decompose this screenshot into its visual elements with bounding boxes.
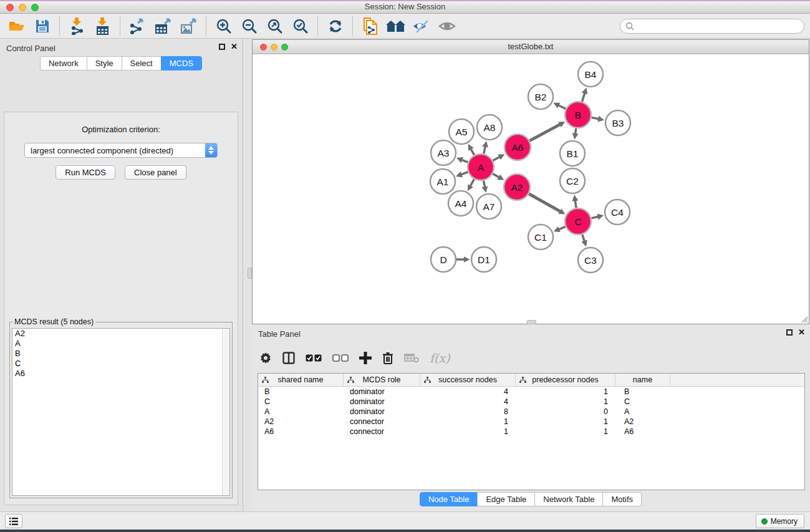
graph-edge-C-C1[interactable] — [559, 226, 566, 230]
app-titlebar[interactable]: Session: New Session — [0, 0, 810, 14]
graph-edge-B-B3[interactable] — [592, 117, 599, 118]
graph-node-B2[interactable]: B2 — [528, 84, 553, 109]
show-graphics-details-icon[interactable] — [434, 16, 460, 37]
graph-node-C[interactable]: C — [565, 208, 591, 235]
tab-select[interactable]: Select — [122, 56, 162, 70]
graph-edge-B-B4[interactable] — [582, 93, 584, 102]
run-mcds-button[interactable]: Run MCDS — [55, 165, 115, 180]
minimize-window-button[interactable] — [19, 4, 26, 11]
network-zoom-button[interactable] — [281, 44, 288, 51]
graph-edge-A-A8[interactable] — [484, 146, 486, 153]
task-history-button[interactable] — [5, 514, 22, 528]
column-header-successor-nodes[interactable]: successor nodes — [420, 374, 516, 386]
open-session-icon[interactable] — [4, 16, 29, 37]
tab-style[interactable]: Style — [87, 56, 122, 70]
export-table-icon[interactable] — [150, 16, 176, 37]
graph-edge-A-A5[interactable] — [471, 148, 475, 155]
zoom-selected-icon[interactable] — [287, 16, 313, 37]
graph-edge-A-A1[interactable] — [461, 172, 468, 175]
float-panel-icon[interactable] — [219, 44, 225, 50]
graph-node-A3[interactable]: A3 — [431, 140, 456, 165]
graph-edge-A-A3[interactable] — [461, 160, 468, 162]
graph-edge-C-C2[interactable] — [575, 200, 576, 208]
graph-node-B1[interactable]: B1 — [560, 141, 585, 166]
window-resize-grip[interactable] — [799, 314, 808, 323]
table-row[interactable]: A6connector11A6 — [258, 427, 804, 437]
table-tab-node-table[interactable]: Node Table — [420, 492, 478, 506]
table-row[interactable]: Cdominator41C — [258, 397, 804, 407]
vertical-split-handle[interactable] — [248, 268, 252, 279]
graph-edge-A-A4[interactable] — [470, 179, 474, 186]
result-item[interactable]: B — [12, 349, 229, 359]
criterion-dropdown[interactable]: largest connected component (directed) — [24, 143, 218, 158]
hide-graphics-details-icon[interactable] — [408, 16, 434, 37]
graph-edge-A-A6[interactable] — [493, 157, 500, 160]
search-input[interactable] — [637, 21, 804, 32]
close-table-panel-icon[interactable]: ✕ — [798, 329, 805, 336]
graph-node-B[interactable]: B — [565, 102, 591, 128]
network-canvas[interactable]: AA1A2A3A4A5A6A7A8BB1B2B3B4CC1C2C3C4DD1 — [253, 54, 809, 324]
graph-node-B4[interactable]: B4 — [578, 62, 603, 87]
graph-edge-A2-C[interactable] — [529, 194, 561, 212]
graph-node-C1[interactable]: C1 — [528, 225, 553, 249]
graph-node-D1[interactable]: D1 — [471, 247, 496, 272]
select-all-rows-icon[interactable] — [306, 354, 322, 362]
close-window-button[interactable] — [6, 4, 14, 11]
graph-node-C2[interactable]: C2 — [560, 168, 585, 193]
graph-node-A5[interactable]: A5 — [449, 119, 474, 144]
zoom-out-icon[interactable] — [236, 16, 262, 37]
result-item[interactable]: A2 — [12, 329, 229, 339]
home-views-icon[interactable] — [383, 16, 408, 37]
graph-node-C4[interactable]: C4 — [605, 200, 630, 225]
graph-node-A7[interactable]: A7 — [476, 194, 501, 219]
export-network-icon[interactable] — [125, 16, 150, 37]
column-header-predecessor-nodes[interactable]: predecessor nodes — [516, 374, 615, 386]
table-row[interactable]: A2connector11A2 — [258, 417, 804, 427]
save-session-icon[interactable] — [29, 16, 55, 37]
result-scrollbar[interactable] — [222, 329, 229, 495]
search-field[interactable] — [620, 19, 804, 34]
graph-node-C3[interactable]: C3 — [578, 248, 603, 273]
table-tab-motifs[interactable]: Motifs — [602, 492, 642, 506]
graph-node-A6[interactable]: A6 — [504, 134, 531, 160]
refresh-layout-icon[interactable] — [322, 16, 348, 37]
graph-edge-A-A2[interactable] — [493, 174, 499, 178]
graph-node-D[interactable]: D — [431, 247, 456, 272]
graph-node-A2[interactable]: A2 — [504, 174, 530, 200]
close-panel-icon[interactable]: ✕ — [231, 44, 238, 50]
delete-table-icon[interactable] — [404, 353, 419, 363]
zoom-window-button[interactable] — [31, 4, 39, 11]
column-header-mcds-role[interactable]: MCDS role — [344, 374, 420, 386]
graph-edge-B-B1[interactable] — [575, 128, 576, 135]
tab-mcds[interactable]: MCDS — [161, 56, 202, 70]
network-snapshot-icon[interactable] — [357, 16, 383, 37]
column-header-shared-name[interactable]: shared name — [258, 374, 344, 386]
result-item[interactable]: C — [12, 359, 229, 369]
export-image-icon[interactable] — [176, 16, 201, 37]
close-panel-button[interactable]: Close panel — [125, 165, 186, 180]
graph-node-A4[interactable]: A4 — [448, 191, 473, 216]
network-minimize-button[interactable] — [271, 44, 277, 51]
zoom-fit-icon[interactable] — [262, 16, 287, 37]
memory-button[interactable]: Memory — [756, 514, 804, 528]
horizontal-split-handle[interactable] — [527, 320, 536, 324]
tab-network[interactable]: Network — [40, 56, 87, 70]
graph-edge-C-C3[interactable] — [582, 235, 585, 242]
graph-node-B3[interactable]: B3 — [605, 110, 630, 135]
table-row[interactable]: Bdominator41B — [258, 387, 804, 397]
table-row[interactable]: Adominator80A — [258, 407, 804, 417]
float-table-panel-icon[interactable] — [786, 329, 793, 336]
graph-edge-A6-B[interactable] — [529, 124, 560, 140]
table-tab-network-table[interactable]: Network Table — [534, 492, 603, 506]
deselect-all-rows-icon[interactable] — [332, 354, 349, 362]
table-settings-icon[interactable] — [259, 352, 272, 364]
delete-columns-icon[interactable] — [382, 352, 393, 365]
column-header-name[interactable]: name — [615, 374, 670, 386]
zoom-in-icon[interactable] — [211, 16, 236, 37]
network-window-titlebar[interactable]: testGlobe.txt — [253, 40, 809, 54]
import-table-icon[interactable] — [90, 16, 115, 37]
graph-edge-A-A7[interactable] — [483, 181, 485, 188]
graph-node-A[interactable]: A — [468, 154, 494, 180]
toggle-column-display-icon[interactable] — [282, 352, 295, 364]
network-close-button[interactable] — [260, 44, 267, 51]
